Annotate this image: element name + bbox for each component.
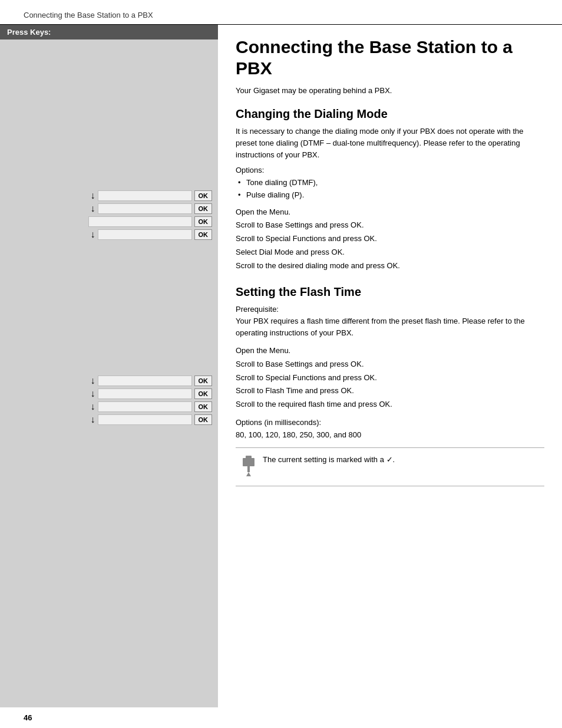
key-ok-5: OK [194,375,213,386]
key-bar-3 [88,216,192,227]
arrow-down-icon-7: ↓ [91,414,95,425]
arrow-down-icon-2: ↓ [91,203,95,214]
instr-special-functions-2: Scroll to Special Functions and press OK… [236,372,544,384]
instr-special-functions-1: Scroll to Special Functions and press OK… [236,233,544,245]
note-box: The current setting is marked with a ✓. [236,447,544,486]
page-wrapper: Connecting the Base Station to a PBX Pre… [0,0,562,728]
key-bar-4 [98,229,192,240]
svg-marker-3 [246,472,251,476]
note-text: The current setting is marked with a ✓. [263,454,395,466]
main-content: Press Keys: ↓ OK ↓ OK [0,25,562,707]
key-bar-8 [98,414,192,425]
key-ok-2: OK [194,203,213,214]
intro-text: Your Gigaset may be operating behind a P… [236,85,544,97]
instr-dial-mode: Select Dial Mode and press OK. [236,246,544,259]
arrow-down-icon-5: ↓ [91,388,95,399]
svg-rect-1 [243,458,254,466]
pin-icon [240,455,257,476]
key-bar-6 [98,388,192,399]
instr-open-menu-2: Open the Menu. [236,345,544,357]
section2-title: Setting the Flash Time [236,285,544,299]
instr-desired-dialing-mode: Scroll to the desired dialing mode and p… [236,260,544,272]
key-bar-2 [98,203,192,214]
options-label-2: Options (in milliseconds): 80, 100, 120,… [236,417,544,442]
arrow-down-icon-3: ↓ [91,229,95,240]
bullet-item-1: Tone dialing (DTMF), [238,177,544,189]
section1-title: Changing the Dialing Mode [236,107,544,121]
instr-base-settings-2: Scroll to Base Settings and press OK. [236,358,544,371]
svg-rect-2 [247,466,250,472]
press-keys-header: Press Keys: [0,25,218,39]
key-bar-1 [98,190,192,201]
instr-open-menu-1: Open the Menu. [236,206,544,219]
key-bar-7 [98,401,192,412]
page-header: Connecting the Base Station to a PBX [0,0,562,25]
page-title: Connecting the Base Station to a PBX [236,37,544,79]
key-row-flash-time: ↓ OK [6,401,212,412]
arrow-down-icon-6: ↓ [91,401,95,412]
key-row-base-settings: ↓ OK [6,190,212,201]
left-panel-body: ↓ OK ↓ OK OK ↓ [0,39,218,704]
key-ok-6: OK [194,388,213,399]
key-row-special-functions-2: ↓ OK [6,388,212,399]
bullet-item-2: Pulse dialing (P). [238,189,544,202]
key-row-dialing-mode: ↓ OK [6,229,212,240]
key-ok-8: OK [194,414,213,425]
key-bar-5 [98,375,192,386]
bullet-list-1: Tone dialing (DTMF), Pulse dialing (P). [238,177,544,202]
arrow-down-icon-4: ↓ [91,375,95,386]
prerequisite-label: Prerequisite: Your PBX requires a flash … [236,304,544,339]
key-row-dial-mode: OK [6,216,212,227]
options-label-1: Options: [236,166,544,174]
page-footer: 46 [0,707,562,728]
key-ok-1: OK [194,190,213,201]
key-row-special-functions-1: ↓ OK [6,203,212,214]
instr-flash-time: Scroll to Flash Time and press OK. [236,385,544,397]
key-ok-3: OK [194,216,213,227]
header-title: Connecting the Base Station to a PBX [24,11,153,19]
key-row-required-flash: ↓ OK [6,414,212,425]
key-ok-7: OK [194,401,213,412]
arrow-down-icon-1: ↓ [91,190,95,201]
page-number: 46 [24,713,32,722]
section1-body: It is necessary to change the dialing mo… [236,126,544,161]
key-row-base-settings-2: ↓ OK [6,375,212,386]
right-panel: Connecting the Base Station to a PBX You… [218,25,562,707]
left-panel: Press Keys: ↓ OK ↓ OK [0,25,218,707]
key-ok-4: OK [194,229,213,240]
note-icon [240,455,257,480]
instr-required-flash-time: Scroll to the required flash time and pr… [236,398,544,411]
instr-base-settings-1: Scroll to Base Settings and press OK. [236,219,544,232]
